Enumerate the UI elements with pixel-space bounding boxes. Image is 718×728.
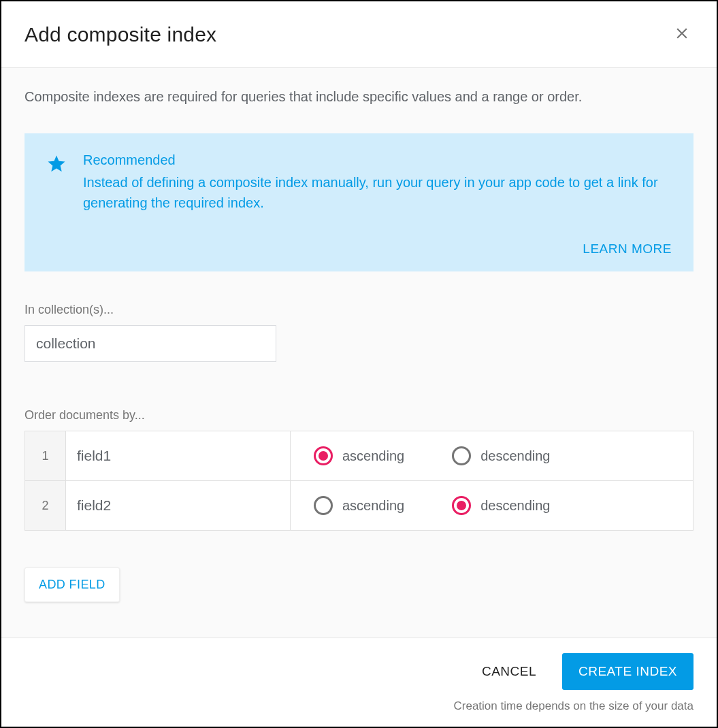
descending-label: descending bbox=[480, 498, 550, 514]
dialog-body: Composite indexes are required for queri… bbox=[1, 68, 717, 638]
descending-radio[interactable]: descending bbox=[452, 496, 550, 515]
collection-input[interactable] bbox=[25, 325, 276, 362]
order-label: Order documents by... bbox=[25, 408, 693, 423]
learn-more-link[interactable]: LEARN MORE bbox=[46, 242, 672, 257]
ascending-radio[interactable]: ascending bbox=[314, 446, 404, 465]
dialog-header: Add composite index bbox=[1, 1, 717, 68]
recommendation-text: Instead of defining a composite index ma… bbox=[83, 172, 672, 213]
field-name-cell bbox=[66, 481, 291, 531]
row-number: 1 bbox=[25, 431, 66, 481]
description-text: Composite indexes are required for queri… bbox=[25, 87, 693, 106]
create-index-button[interactable]: CREATE INDEX bbox=[562, 653, 693, 690]
ascending-radio[interactable]: ascending bbox=[314, 496, 404, 515]
descending-radio[interactable]: descending bbox=[452, 446, 550, 465]
footer-note: Creation time depends on the size of you… bbox=[25, 699, 693, 713]
close-button[interactable] bbox=[670, 22, 693, 47]
recommendation-content: Recommended Instead of defining a compos… bbox=[83, 152, 672, 213]
collection-label: In collection(s)... bbox=[25, 303, 693, 317]
radio-checked-icon bbox=[314, 446, 333, 465]
field-name-input[interactable] bbox=[66, 481, 290, 530]
recommendation-row: Recommended Instead of defining a compos… bbox=[46, 152, 672, 213]
sort-radio-group: ascending descending bbox=[314, 431, 670, 480]
radio-checked-icon bbox=[452, 496, 471, 515]
sort-cell: ascending descending bbox=[291, 481, 693, 531]
ascending-label: ascending bbox=[342, 498, 404, 514]
radio-unchecked-icon bbox=[452, 446, 471, 465]
dialog-footer: CANCEL CREATE INDEX Creation time depend… bbox=[1, 638, 717, 727]
table-row: 1 ascending descending bbox=[25, 431, 693, 481]
add-field-button[interactable]: ADD FIELD bbox=[25, 567, 120, 602]
fields-table: 1 ascending descending bbox=[25, 431, 693, 531]
sort-cell: ascending descending bbox=[291, 431, 693, 481]
footer-buttons: CANCEL CREATE INDEX bbox=[25, 653, 693, 690]
table-row: 2 ascending descending bbox=[25, 481, 693, 531]
descending-label: descending bbox=[480, 448, 550, 464]
radio-unchecked-icon bbox=[314, 496, 333, 515]
recommendation-title: Recommended bbox=[83, 152, 672, 168]
recommendation-box: Recommended Instead of defining a compos… bbox=[25, 133, 693, 271]
star-icon bbox=[46, 154, 67, 213]
add-composite-index-dialog: Add composite index Composite indexes ar… bbox=[0, 0, 718, 728]
ascending-label: ascending bbox=[342, 448, 404, 464]
row-number: 2 bbox=[25, 481, 66, 531]
field-name-input[interactable] bbox=[66, 431, 290, 480]
dialog-title: Add composite index bbox=[25, 23, 216, 46]
field-name-cell bbox=[66, 431, 291, 481]
sort-radio-group: ascending descending bbox=[314, 481, 670, 530]
close-icon bbox=[673, 34, 691, 44]
cancel-button[interactable]: CANCEL bbox=[479, 656, 539, 687]
